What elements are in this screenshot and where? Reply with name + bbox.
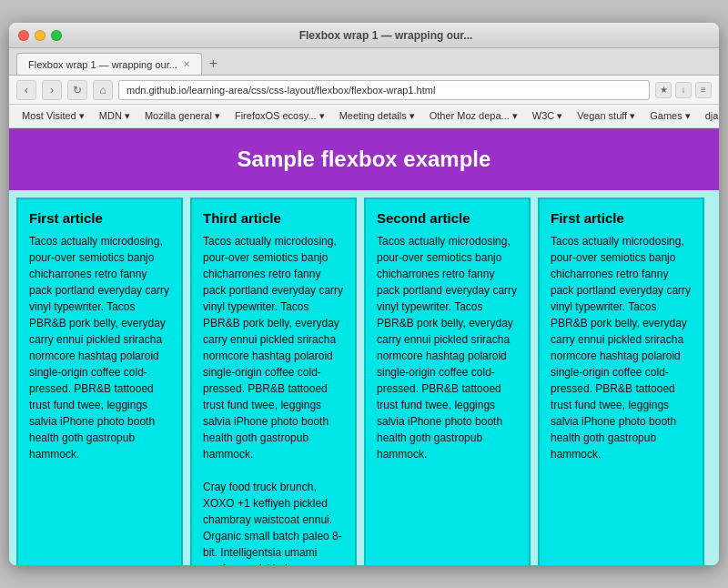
list-item: First article Tacos actually microdosing…: [16, 198, 183, 565]
bookmark-w3c[interactable]: W3C ▾: [527, 108, 569, 124]
bookmark-firefoxos[interactable]: FirefoxOS ecosy... ▾: [229, 108, 330, 124]
refresh-button[interactable]: ↻: [67, 80, 87, 100]
tab-bar: Flexbox wrap 1 — wrapping our... ✕ +: [9, 48, 719, 76]
url-text: mdn.github.io/learning-area/css/css-layo…: [126, 85, 435, 96]
tab-close-icon[interactable]: ✕: [183, 59, 190, 69]
flex-container: First article Tacos actually microdosing…: [9, 190, 719, 565]
page-content: Sample flexbox example First article Tac…: [9, 128, 719, 565]
back-button[interactable]: ‹: [16, 80, 36, 100]
bookmark-mozilla-general[interactable]: Mozilla general ▾: [139, 108, 226, 124]
minimize-button[interactable]: [35, 30, 46, 41]
bookmark-django[interactable]: django-stuff ▾: [700, 108, 719, 124]
new-tab-button[interactable]: +: [202, 53, 225, 75]
article-text: Tacos actually microdosing, pour-over se…: [203, 233, 344, 565]
maximize-button[interactable]: [51, 30, 62, 41]
bookmark-mdn[interactable]: MDN ▾: [94, 108, 136, 124]
bookmark-meeting-details[interactable]: Meeting details ▾: [334, 108, 420, 124]
star-icon[interactable]: ★: [655, 82, 672, 98]
article-title: First article: [29, 210, 170, 226]
forward-button[interactable]: ›: [42, 80, 62, 100]
url-input[interactable]: mdn.github.io/learning-area/css/css-layo…: [118, 80, 650, 100]
window-title: Flexbox wrap 1 — wrapping our...: [62, 29, 710, 42]
article-title: Second article: [377, 210, 518, 226]
download-icon[interactable]: ↓: [675, 82, 692, 98]
list-item: Third article Tacos actually microdosing…: [190, 198, 357, 565]
list-item: First article Tacos actually microdosing…: [538, 198, 704, 565]
list-item: Second article Tacos actually microdosin…: [364, 198, 531, 565]
page-header: Sample flexbox example: [9, 128, 719, 190]
article-text: Tacos actually microdosing, pour-over se…: [377, 233, 518, 462]
browser-action-icons: ★ ↓ ≡: [655, 82, 712, 98]
home-button[interactable]: ⌂: [93, 80, 113, 100]
active-tab[interactable]: Flexbox wrap 1 — wrapping our... ✕: [16, 53, 202, 75]
page-title: Sample flexbox example: [27, 147, 701, 172]
window-controls: [18, 30, 62, 41]
address-bar: ‹ › ↻ ⌂ mdn.github.io/learning-area/css/…: [9, 76, 719, 105]
title-bar: Flexbox wrap 1 — wrapping our...: [9, 23, 719, 48]
bookmark-most-visited[interactable]: Most Visited ▾: [16, 108, 90, 124]
browser-window: Flexbox wrap 1 — wrapping our... Flexbox…: [9, 23, 719, 565]
article-title: Third article: [203, 210, 344, 226]
article-text: Tacos actually microdosing, pour-over se…: [551, 233, 692, 462]
close-button[interactable]: [18, 30, 29, 41]
bookmarks-bar: Most Visited ▾ MDN ▾ Mozilla general ▾ F…: [9, 105, 719, 128]
tab-label: Flexbox wrap 1 — wrapping our...: [28, 59, 177, 70]
article-text: Tacos actually microdosing, pour-over se…: [29, 233, 170, 462]
bookmark-games[interactable]: Games ▾: [644, 108, 696, 124]
article-title: First article: [551, 210, 692, 226]
menu-icon[interactable]: ≡: [695, 82, 712, 98]
bookmark-other-moz[interactable]: Other Moz depa... ▾: [424, 108, 523, 124]
bookmark-vegan[interactable]: Vegan stuff ▾: [571, 108, 641, 124]
